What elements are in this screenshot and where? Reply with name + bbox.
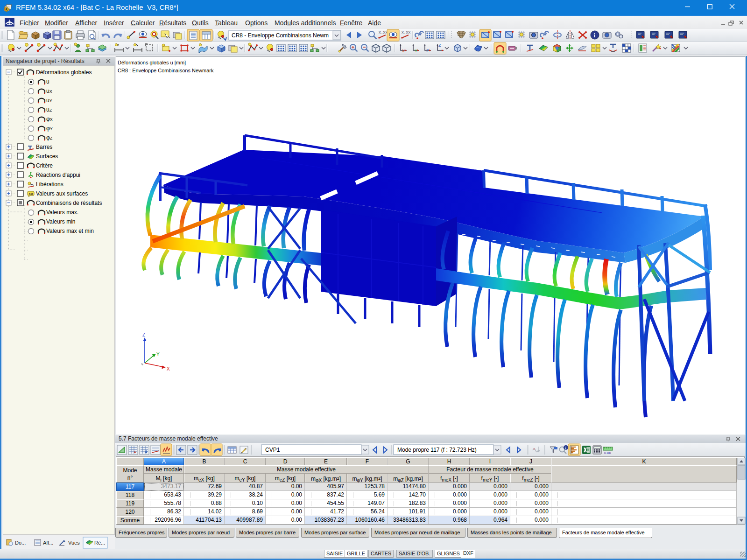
svg-text:CVP1: CVP1 [265,447,280,453]
svg-text:Z: Z [438,43,441,48]
svg-text:X: X [402,49,405,53]
svg-text:X: X [167,366,170,371]
svg-text:Mode propre 117 (f : 72.723 Hz: Mode propre 117 (f : 72.723 Hz) [397,447,477,453]
svg-text:CR8 - Enveloppe Combinaisons N: CR8 - Enveloppe Combinaisons Newm [232,32,329,39]
svg-text:Y: Y [415,49,417,53]
svg-text:5: 5 [5,7,7,12]
svg-text:Z: Z [426,49,429,53]
svg-text:Y: Y [156,352,160,357]
svg-text:Do...: Do... [15,540,26,546]
svg-text:Aff...: Aff... [43,540,53,546]
svg-text:Vues: Vues [68,540,80,546]
svg-text:Z: Z [142,332,145,337]
svg-text:Ré...: Ré... [94,540,105,546]
